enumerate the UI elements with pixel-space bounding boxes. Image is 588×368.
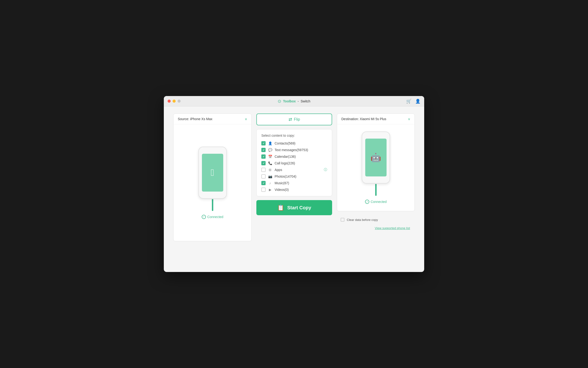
content-selection-box: Select content to copy: 👤 Contacts(569) … [256, 129, 332, 196]
calendar-label: Calendar(136) [275, 155, 327, 158]
titlebar: ⊙ Toolbox - Switch 🛒 👤 [164, 96, 424, 106]
android-logo-icon: 🤖 [370, 153, 381, 163]
contacts-icon: 👤 [268, 141, 272, 145]
content-title: Select content to copy: [261, 134, 327, 138]
call-logs-label: Call logs(226) [275, 161, 327, 165]
toolbox-icon: ⊙ [278, 99, 281, 104]
clear-data-row: Clear data before copy [341, 216, 378, 223]
dest-panel-header: Destination: Xiaomi MI 5s Plus ∨ [337, 114, 415, 124]
flip-label: Flip [294, 117, 300, 121]
source-phone-screen:  [202, 154, 223, 192]
checkbox-contacts[interactable] [261, 141, 266, 146]
checkbox-videos[interactable] [261, 188, 266, 192]
checkbox-photos[interactable] [261, 174, 266, 179]
item-contacts: 👤 Contacts(569) [261, 141, 327, 146]
flip-icon: ⇄ [289, 117, 292, 122]
item-videos: ▶ Videos(0) [261, 188, 327, 192]
videos-icon: ▶ [268, 188, 272, 192]
dest-label: Destination: Xiaomi MI 5s Plus [341, 117, 386, 121]
source-phone:  [198, 147, 227, 199]
app-window: ⊙ Toolbox - Switch 🛒 👤 Source: iPhone Xs… [164, 96, 424, 272]
source-chevron-icon[interactable]: ∨ [245, 117, 247, 121]
photos-label: Photos(14704) [275, 175, 327, 178]
dest-connected-label: Connected [371, 200, 387, 204]
destination-panel: Destination: Xiaomi MI 5s Plus ∨ 🤖 ✓ Con… [337, 113, 415, 211]
source-connected-status: ✓ Connected [202, 215, 223, 219]
source-label: Source: iPhone Xs Max [178, 117, 212, 121]
title-switch: Switch [301, 99, 310, 103]
music-icon: ♪ [268, 181, 272, 185]
source-connected-check-icon: ✓ [202, 215, 206, 219]
call-logs-icon: 📞 [268, 161, 272, 165]
text-messages-icon: 💬 [268, 148, 272, 152]
user-icon[interactable]: 👤 [415, 99, 420, 104]
checkbox-music[interactable] [261, 181, 266, 185]
app-title: ⊙ Toolbox - Switch [278, 99, 310, 104]
start-copy-label: Start Copy [287, 205, 311, 211]
middle-panel: ⇄ Flip Select content to copy: 👤 Contact… [256, 113, 332, 215]
close-button[interactable] [168, 100, 171, 103]
dest-connected-check-icon: ✓ [365, 200, 369, 204]
source-phone-container:  ✓ Connected [198, 124, 227, 236]
item-text-messages: 💬 Text messages(59753) [261, 148, 327, 152]
start-copy-button[interactable]: 📋 Start Copy [256, 200, 332, 215]
title-toolbox: Toolbox [283, 99, 296, 103]
calendar-icon: 📅 [268, 155, 272, 158]
clear-data-checkbox[interactable] [341, 218, 344, 222]
traffic-lights [168, 100, 180, 103]
apps-icon: ⊞ [268, 168, 272, 172]
checkbox-apps[interactable] [261, 168, 266, 172]
dest-chevron-icon[interactable]: ∨ [408, 117, 410, 121]
checkbox-text-messages[interactable] [261, 148, 266, 152]
clear-data-label: Clear data before copy [347, 218, 378, 222]
apple-logo-icon:  [211, 167, 214, 178]
content-items-list: 👤 Contacts(569) 💬 Text messages(59753) 📅… [261, 141, 327, 192]
dest-phone: 🤖 [362, 131, 390, 184]
dest-connected-status: ✓ Connected [365, 200, 387, 204]
dest-bottom-area: Clear data before copy View supported ph… [337, 214, 415, 232]
titlebar-actions: 🛒 👤 [406, 99, 420, 104]
source-cable [212, 199, 213, 211]
contacts-label: Contacts(569) [275, 141, 327, 145]
cart-icon[interactable]: 🛒 [406, 99, 411, 104]
destination-panel-wrapper: Destination: Xiaomi MI 5s Plus ∨ 🤖 ✓ Con… [337, 113, 415, 232]
source-panel-header: Source: iPhone Xs Max ∨ [173, 114, 251, 124]
title-separator: - [298, 99, 299, 103]
photos-icon: 📷 [268, 175, 272, 178]
music-label: Music(67) [275, 181, 327, 185]
supported-phone-list-link[interactable]: View supported phone list [375, 226, 411, 230]
start-copy-icon: 📋 [277, 204, 284, 211]
checkbox-call-logs[interactable] [261, 161, 266, 165]
item-calendar: 📅 Calendar(136) [261, 155, 327, 159]
videos-label: Videos(0) [275, 188, 327, 192]
fullscreen-button[interactable] [178, 100, 180, 103]
item-apps: ⊞ Apps ⓘ [261, 168, 327, 172]
dest-phone-container: 🤖 ✓ Connected [362, 124, 390, 206]
dest-phone-screen: 🤖 [365, 138, 387, 176]
flip-button[interactable]: ⇄ Flip [256, 113, 332, 125]
apps-label: Apps [275, 168, 322, 172]
text-messages-label: Text messages(59753) [275, 148, 327, 152]
item-call-logs: 📞 Call logs(226) [261, 161, 327, 165]
apps-info-icon[interactable]: ⓘ [324, 168, 327, 172]
dest-cable [375, 184, 377, 196]
minimize-button[interactable] [172, 100, 176, 103]
item-music: ♪ Music(67) [261, 181, 327, 185]
item-photos: 📷 Photos(14704) [261, 174, 327, 179]
checkbox-calendar[interactable] [261, 155, 266, 159]
app-content: Source: iPhone Xs Max ∨  ✓ Connected [164, 106, 424, 272]
source-panel: Source: iPhone Xs Max ∨  ✓ Connected [173, 113, 252, 241]
source-connected-label: Connected [207, 215, 223, 219]
